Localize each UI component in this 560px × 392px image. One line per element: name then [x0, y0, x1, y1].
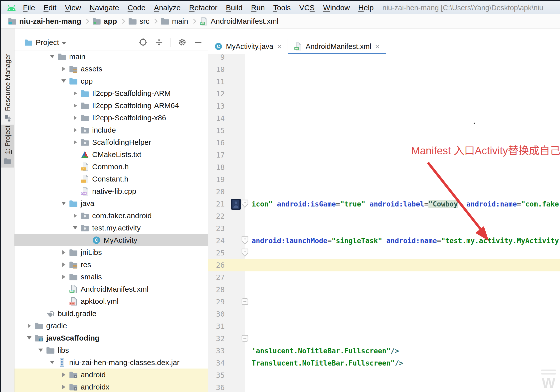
tree-item-assets[interactable]: assets [14, 63, 208, 75]
menu-item-refactor[interactable]: Refactor [185, 3, 221, 12]
menu-item-window[interactable]: Window [319, 3, 354, 12]
folder-project-icon [8, 17, 17, 26]
tree-arrow-collapsed-icon[interactable] [24, 324, 34, 328]
tree-item-myactivity[interactable]: CMyActivity [14, 234, 208, 246]
arrow-shape [28, 324, 31, 328]
tree-item-javascaffoding[interactable]: javaScaffoding [14, 332, 208, 344]
tool-tab-resource-manager[interactable]: Resource Manager [1, 38, 14, 125]
code-text: icon" android:isGame="true" android:labe… [252, 198, 559, 210]
breadcrumb-item-app[interactable]: app [92, 17, 117, 26]
tree-item-il2cpp-scaffolding-arm[interactable]: Il2cpp-Scaffolding-ARM [14, 87, 208, 99]
editor-tabs: CMyActivity.java×MFAndroidManifest.xml× [208, 39, 386, 54]
tree-arrow-collapsed-icon[interactable] [70, 140, 80, 145]
tree-item-libs[interactable]: libs [14, 344, 208, 356]
tree-arrow-collapsed-icon[interactable] [59, 385, 69, 389]
line-number: 22 [208, 210, 225, 222]
project-view-title[interactable]: Project [36, 38, 59, 47]
tree-item-androidx[interactable]: androidx [14, 381, 208, 392]
tree-arrow-expanded-icon[interactable] [59, 202, 69, 205]
tree-item-main[interactable]: main [14, 50, 208, 63]
tree-arrow-collapsed-icon[interactable] [70, 116, 80, 120]
menu-item-file[interactable]: File [19, 3, 39, 12]
menu-item-tools[interactable]: Tools [269, 3, 295, 12]
tree-arrow-expanded-icon[interactable] [47, 361, 57, 364]
tree-arrow-collapsed-icon[interactable] [59, 67, 69, 71]
tree-item-com-faker-android[interactable]: com.faker.android [14, 209, 208, 222]
tree-arrow-collapsed-icon[interactable] [59, 373, 69, 377]
tree-item-androidmanifest-xml[interactable]: MFAndroidManifest.xml [14, 283, 208, 295]
hide-icon[interactable] [194, 38, 203, 47]
tree-item-label: javaScaffoding [46, 334, 99, 342]
tree-item-il2cpp-scaffolding-x86[interactable]: Il2cpp-Scaffolding-x86 [14, 112, 208, 124]
menu-item-build[interactable]: Build [222, 3, 247, 12]
tree-item-niu-zai-hen-mang-classes-dex-jar[interactable]: niu-zai-hen-mang-classes.dex.jar [14, 356, 208, 369]
breadcrumb-item-androidmanifest-xml[interactable]: MFAndroidManifest.xml [199, 17, 279, 26]
breadcrumb-item-src[interactable]: src [128, 17, 150, 26]
editor-tab-myactivity-java[interactable]: CMyActivity.java× [208, 39, 288, 54]
tree-item-il2cpp-scaffolding-arm64[interactable]: Il2cpp-Scaffolding-ARM64 [14, 99, 208, 112]
menu-item-edit[interactable]: Edit [39, 3, 61, 12]
tree-item-constant-h[interactable]: HConstant.h [14, 173, 208, 185]
locate-icon[interactable] [139, 38, 148, 47]
fold-box-icon[interactable] [241, 297, 249, 307]
svg-text:MF: MF [200, 22, 204, 25]
tree-item-apktool-yml[interactable]: YMLapktool.yml [14, 295, 208, 307]
tree-item-cmakelists-txt[interactable]: CMakeLists.txt [14, 148, 208, 161]
tree-item-jnilibs[interactable]: jniLibs [14, 246, 208, 258]
tree-arrow-expanded-icon[interactable] [24, 336, 34, 340]
tree-arrow-expanded-icon[interactable] [70, 226, 80, 229]
collapse-all-icon[interactable] [155, 38, 164, 47]
tree-item-label: Constant.h [92, 175, 128, 183]
menu-item-run[interactable]: Run [247, 3, 269, 12]
menu-item-view[interactable]: View [61, 3, 85, 12]
settings-icon[interactable] [178, 38, 187, 47]
code-editor[interactable]: 9101112131415161718192021icon" android:i… [208, 54, 560, 392]
tree-item-native-lib-cpp[interactable]: C++native-lib.cpp [14, 185, 208, 197]
tree-arrow-collapsed-icon[interactable] [70, 91, 80, 96]
chevron-down-icon[interactable] [62, 42, 66, 45]
line-number: 20 [208, 186, 225, 198]
tree-arrow-collapsed-icon[interactable] [59, 250, 69, 255]
tree-arrow-collapsed-icon[interactable] [59, 262, 69, 267]
tree-item-res[interactable]: res [14, 258, 208, 271]
folder-icon [57, 52, 66, 61]
tree-item-test-my-activity[interactable]: test.my.activity [14, 222, 208, 234]
project-view-icon[interactable] [24, 38, 33, 47]
tool-tab-1-project[interactable]: 1: Project [1, 125, 14, 168]
fold-pent-icon[interactable] [241, 248, 249, 258]
breadcrumb-item-niu-zai-hen-mang[interactable]: niu-zai-hen-mang [8, 17, 81, 26]
folder-lib-icon [69, 370, 78, 379]
editor-tab-androidmanifest-xml[interactable]: MFAndroidManifest.xml× [288, 39, 386, 54]
tree-item-smalis[interactable]: smalis [14, 271, 208, 283]
close-icon[interactable]: × [277, 42, 282, 50]
tree-arrow-collapsed-icon[interactable] [70, 128, 80, 132]
file-mf-icon: MF [69, 285, 78, 294]
tree-arrow-expanded-icon[interactable] [59, 79, 69, 83]
tree-item-scaffoldinghelper[interactable]: ScaffoldingHelper [14, 136, 208, 148]
menu-item-vcs[interactable]: VCS [295, 3, 319, 12]
tree-item-gradle[interactable]: gradle [14, 320, 208, 332]
fold-box-icon[interactable] [241, 334, 249, 343]
menu-item-code[interactable]: Code [123, 3, 150, 12]
close-icon[interactable]: × [375, 42, 380, 50]
tree-item-cpp[interactable]: cpp [14, 75, 208, 87]
tree-item-build-gradle[interactable]: build.gradle [14, 307, 208, 320]
tree-arrow-collapsed-icon[interactable] [70, 103, 80, 108]
tree-item-common-h[interactable]: HCommon.h [14, 161, 208, 173]
menu-item-navigate[interactable]: Navigate [85, 3, 123, 12]
tree-item-android[interactable]: android [14, 369, 208, 381]
tree-arrow-collapsed-icon[interactable] [70, 213, 80, 218]
fold-pent-icon[interactable] [241, 199, 249, 209]
tree-item-include[interactable]: include [14, 124, 208, 136]
menu-item-analyze[interactable]: Analyze [150, 3, 185, 12]
menu-item-help[interactable]: Help [354, 3, 378, 12]
tree-arrow-expanded-icon[interactable] [47, 55, 57, 58]
breadcrumb-item-main[interactable]: main [161, 17, 188, 26]
fold-pent-icon[interactable] [241, 236, 249, 245]
tree-arrow-collapsed-icon[interactable] [59, 275, 69, 279]
tree-item-java[interactable]: java [14, 197, 208, 209]
folder-blue-icon [69, 199, 78, 208]
code-line-22: 22 [208, 210, 560, 222]
image-thumb-icon[interactable] [231, 199, 241, 210]
tree-arrow-expanded-icon[interactable] [36, 349, 46, 352]
